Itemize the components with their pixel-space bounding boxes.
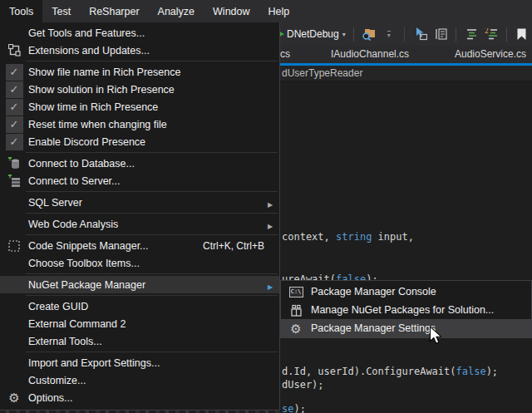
format-selection-icon: 2 <box>485 28 498 40</box>
menu-item-code-snippets-manager[interactable]: Code Snippets Manager... Ctrl+K, Ctrl+B <box>0 237 279 254</box>
tab-clipped[interactable]: cs <box>280 48 290 60</box>
menu-bar: Tools Test ReSharper Analyze Window Help <box>0 0 532 22</box>
menubar-item-resharper[interactable]: ReSharper <box>80 0 148 22</box>
menubar-item-help[interactable]: Help <box>259 0 299 22</box>
menubar-item-window[interactable]: Window <box>204 0 259 22</box>
menu-item-reset-time-when-changing-file[interactable]: Reset time when changing file <box>0 116 279 133</box>
toolbar-separator <box>456 27 456 42</box>
checkbox-checked-icon <box>0 98 28 116</box>
menu-item-options[interactable]: Options... <box>0 389 279 406</box>
blank-icon-slot <box>0 354 28 371</box>
menu-item-connect-to-server[interactable]: Connect to Server... <box>0 172 279 189</box>
menu-item-show-solution-in-rich-presence[interactable]: Show solution in Rich Presence <box>0 81 279 98</box>
gear-icon <box>281 319 311 337</box>
menu-item-external-command-2[interactable]: External Command 2 <box>0 315 279 332</box>
code-line: context, string input, <box>282 231 414 243</box>
vs-window: { "menubar": { "items": [ {"label": "Too… <box>0 0 532 413</box>
bookmark-icon <box>516 28 527 41</box>
menubar-label: ReSharper <box>89 6 139 17</box>
run-config-label: DNetDebug <box>287 28 339 40</box>
shortcut-label: Ctrl+K, Ctrl+B <box>203 240 264 252</box>
menu-separator <box>26 152 278 153</box>
format-document-button[interactable] <box>464 25 479 43</box>
submenu-arrow-icon <box>265 195 275 210</box>
menubar-label: Analyze <box>158 6 195 17</box>
menubar-item-analyze[interactable]: Analyze <box>149 0 204 22</box>
submenu-item-package-manager-settings[interactable]: Package Manager Settings <box>281 319 531 337</box>
navigate-to-button[interactable] <box>413 25 428 43</box>
gear-icon <box>0 389 28 406</box>
menu-item-choose-toolbox-items[interactable]: Choose Toolbox Items... <box>0 254 279 272</box>
toolbar-separator <box>353 27 354 42</box>
menu-separator <box>26 273 278 274</box>
menubar-label: Help <box>268 6 290 17</box>
find-dropdown-button[interactable]: ▾ <box>382 25 397 43</box>
mouse-cursor <box>429 326 441 345</box>
menu-item-customize[interactable]: Customize... <box>0 371 279 389</box>
svg-text:2: 2 <box>485 28 489 35</box>
tab-audioservice[interactable]: AudioService.cs <box>455 48 526 60</box>
console-icon <box>281 283 311 301</box>
checkbox-checked-icon <box>0 81 28 98</box>
format-document-icon <box>465 28 478 40</box>
blank-icon-slot <box>0 332 28 350</box>
snippets-icon <box>0 237 28 254</box>
menubar-item-test[interactable]: Test <box>42 0 80 22</box>
toolbar-separator <box>404 27 406 42</box>
submenu-item-package-manager-console[interactable]: Package Manager Console <box>281 283 531 301</box>
menu-separator <box>26 352 278 352</box>
submenu-item-manage-nuget-packages-for-solution[interactable]: Manage NuGet Packages for Solution... <box>281 301 531 319</box>
menu-item-extensions-and-updates[interactable]: Extensions and Updates... <box>0 42 279 59</box>
blank-icon-slot <box>0 276 28 293</box>
checkbox-checked-icon <box>0 116 28 133</box>
package-icon <box>281 301 311 319</box>
menu-item-import-and-export-settings[interactable]: Import and Export Settings... <box>0 354 279 371</box>
menu-item-show-time-in-rich-presence[interactable]: Show time in Rich Presence <box>0 98 279 116</box>
code-line: dUser); <box>282 379 324 391</box>
database-icon <box>0 155 28 172</box>
navigate-to-icon <box>413 27 427 41</box>
menu-item-external-tools[interactable]: External Tools... <box>0 332 279 350</box>
menu-item-nuget-package-manager[interactable]: NuGet Package Manager <box>0 276 279 293</box>
toggle-bookmark-button[interactable] <box>515 25 530 43</box>
menubar-label: Test <box>52 6 71 17</box>
toolbar-separator <box>506 27 507 42</box>
submenu-arrow-icon <box>265 278 275 293</box>
find-in-files-button[interactable] <box>362 25 377 43</box>
menu-item-create-guid[interactable]: Create GUID <box>0 297 279 315</box>
blank-icon-slot <box>0 315 28 332</box>
checkbox-checked-icon <box>0 63 28 81</box>
duplicate-code-icon <box>434 27 447 41</box>
tools-menu: Get Tools and Features... Extensions and… <box>0 22 280 411</box>
blank-icon-slot <box>0 24 28 42</box>
find-in-files-icon <box>362 27 376 41</box>
breadcrumb[interactable]: dUserTypeReader <box>282 67 362 79</box>
menu-item-connect-to-database[interactable]: Connect to Database... <box>0 155 279 172</box>
chevron-down-icon: ▾ <box>342 31 346 38</box>
blank-icon-slot <box>0 194 28 211</box>
start-debug-button[interactable]: DNetDebug ▾ <box>276 25 346 43</box>
menu-separator <box>26 191 278 192</box>
menu-item-web-code-analysis[interactable]: Web Code Analysis <box>0 215 279 233</box>
blank-icon-slot <box>0 371 28 389</box>
code-line: se); <box>282 403 306 413</box>
blank-icon-slot <box>0 254 28 272</box>
menu-item-enable-discord-presence[interactable]: Enable Discord Presence <box>0 133 279 150</box>
submenu-arrow-icon <box>265 217 275 232</box>
tab-iaudiochannel[interactable]: IAudioChannel.cs <box>331 48 409 60</box>
menu-item-sql-server[interactable]: SQL Server <box>0 194 279 211</box>
menu-separator <box>26 295 278 296</box>
extensions-icon <box>0 42 28 59</box>
menu-separator <box>26 61 278 61</box>
menu-item-get-tools-and-features[interactable]: Get Tools and Features... <box>0 24 279 42</box>
nuget-package-manager-submenu: Package Manager Console Manage NuGet Pac… <box>280 280 532 338</box>
duplicate-code-button[interactable] <box>433 25 448 43</box>
menu-separator <box>26 234 278 235</box>
checkbox-checked-icon <box>0 133 28 150</box>
menubar-label: Tools <box>9 6 33 17</box>
blank-icon-slot <box>0 297 28 315</box>
chevron-down-icon: ▾ <box>387 31 391 38</box>
menubar-item-tools[interactable]: Tools <box>0 0 42 22</box>
format-selection-button[interactable]: 2 <box>484 25 499 43</box>
menu-item-show-file-name-in-rich-presence[interactable]: Show file name in Rich Presence <box>0 63 279 81</box>
